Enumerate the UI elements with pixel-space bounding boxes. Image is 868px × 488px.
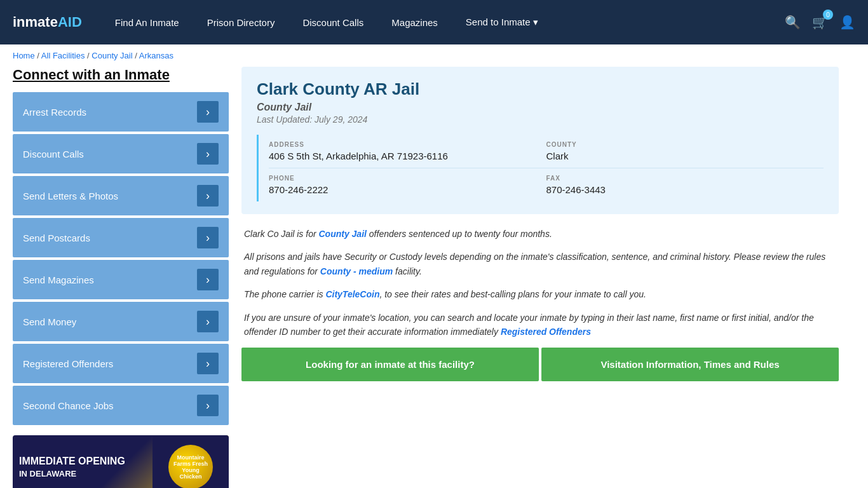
arrow-icon: › [197,227,219,248]
account-icon[interactable]: 👤 [839,15,855,30]
desc-para-1: Clark Co Jail is for County Jail offende… [244,227,836,241]
sidebar-item-label: Registered Offenders [23,358,113,369]
sidebar-item-second-chance[interactable]: Second Chance Jobs › [13,386,229,425]
nav-discount-calls[interactable]: Discount Calls [288,0,377,44]
nav-magazines[interactable]: Magazines [377,0,452,44]
address-value: 406 S 5th St, Arkadelphia, AR 71923-6116 [269,151,546,161]
sidebar: Connect with an Inmate Arrest Records › … [13,67,229,488]
arrow-icon: › [197,269,219,290]
county-value: Clark [546,151,824,161]
main-nav: Find An Inmate Prison Directory Discount… [101,0,785,44]
header: inmateAID Find An Inmate Prison Director… [0,0,868,44]
citytelecoin-link[interactable]: CityTeleCoin [325,289,379,299]
main-content: Clark County AR Jail County Jail Last Up… [241,67,839,488]
breadcrumb-home[interactable]: Home [13,51,35,60]
county-label: COUNTY [546,141,824,148]
nav-icons: 🔍 🛒 0 👤 [785,15,855,30]
breadcrumb-arkansas[interactable]: Arkansas [139,51,173,60]
phone-label: PHONE [269,175,546,182]
sidebar-item-send-magazines[interactable]: Send Magazines › [13,260,229,299]
description: Clark Co Jail is for County Jail offende… [241,227,839,339]
arrow-icon: › [197,395,219,416]
nav-send-to-inmate[interactable]: Send to Inmate ▾ [452,0,552,44]
sidebar-item-send-letters[interactable]: Send Letters & Photos › [13,176,229,215]
county-medium-link[interactable]: County - medium [320,266,393,276]
nav-find-inmate[interactable]: Find An Inmate [101,0,193,44]
sidebar-item-send-money[interactable]: Send Money › [13,302,229,341]
facility-type: County Jail [257,102,824,113]
sidebar-item-label: Discount Calls [23,149,84,159]
breadcrumb-county-jail[interactable]: County Jail [92,51,132,60]
facility-card: Clark County AR Jail County Jail Last Up… [241,67,839,214]
county-jail-link-1[interactable]: County Jail [318,229,366,239]
search-icon[interactable]: 🔍 [785,15,801,30]
registered-offenders-link[interactable]: Registered Offenders [501,327,591,337]
sidebar-item-label: Arrest Records [23,107,86,118]
visitation-button[interactable]: Visitation Information, Times and Rules [541,348,839,381]
nav-prison-directory[interactable]: Prison Directory [193,0,289,44]
find-inmate-button[interactable]: Looking for an inmate at this facility? [241,348,539,381]
sidebar-item-label: Send Magazines [23,274,94,285]
arrow-icon: › [197,143,219,165]
arrow-icon: › [197,353,219,374]
ad-text: IMMEDIATE OPENING IN DELAWARE [13,448,153,487]
facility-name: Clark County AR Jail [257,79,824,99]
desc-para-2: All prisons and jails have Security or C… [244,250,836,278]
facility-info-grid: ADDRESS 406 S 5th St, Arkadelphia, AR 71… [257,135,824,201]
breadcrumb-all-facilities[interactable]: All Facilities [41,51,85,60]
sidebar-title: Connect with an Inmate [13,67,229,83]
ad-logo-image: Mountaire Farms Fresh Young Chicken [168,445,213,488]
sidebar-item-label: Send Letters & Photos [23,191,118,201]
phone-value: 870-246-2222 [269,184,546,195]
fax-cell: FAX 870-246-3443 [546,168,824,201]
facility-updated: Last Updated: July 29, 2024 [257,114,824,125]
breadcrumb: Home / All Facilities / County Jail / Ar… [0,44,868,67]
sidebar-item-label: Second Chance Jobs [23,400,114,411]
sidebar-item-registered-offenders[interactable]: Registered Offenders › [13,344,229,383]
arrow-icon: › [197,101,219,123]
sidebar-menu: Arrest Records › Discount Calls › Send L… [13,92,229,425]
sidebar-item-send-postcards[interactable]: Send Postcards › [13,218,229,257]
arrow-icon: › [197,185,219,207]
county-cell: COUNTY Clark [546,135,824,168]
sidebar-item-arrest-records[interactable]: Arrest Records › [13,92,229,132]
cart-icon[interactable]: 🛒 0 [812,15,828,30]
bottom-buttons: Looking for an inmate at this facility? … [241,348,839,381]
address-cell: ADDRESS 406 S 5th St, Arkadelphia, AR 71… [269,135,546,168]
ad-banner[interactable]: IMMEDIATE OPENING IN DELAWARE Mountaire … [13,435,229,488]
sidebar-item-discount-calls[interactable]: Discount Calls › [13,134,229,173]
ad-logo: Mountaire Farms Fresh Young Chicken [153,435,229,488]
desc-para-3: The phone carrier is CityTeleCoin, to se… [244,287,836,301]
cart-badge: 0 [823,10,833,20]
main-container: Connect with an Inmate Arrest Records › … [0,67,851,488]
fax-value: 870-246-3443 [546,184,824,195]
desc-para-4: If you are unsure of your inmate's locat… [244,311,836,339]
logo[interactable]: inmateAID [13,14,82,30]
address-label: ADDRESS [269,141,546,148]
fax-label: FAX [546,175,824,182]
sidebar-item-label: Send Postcards [23,233,90,243]
arrow-icon: › [197,311,219,332]
phone-cell: PHONE 870-246-2222 [269,168,546,201]
sidebar-item-label: Send Money [23,316,76,327]
